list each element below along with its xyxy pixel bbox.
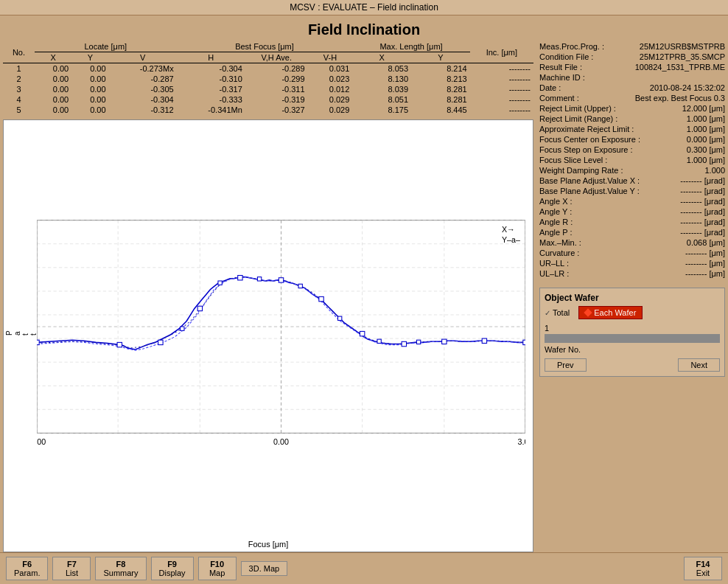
cell-x: 0.00 — [35, 63, 71, 74]
col-v: V — [109, 52, 177, 63]
cell-vhave: -0.327 — [245, 105, 308, 115]
wafer-no-label: Wafer No. — [545, 345, 720, 354]
title-text: MCSV : EVALUATE – Field inclination — [290, 2, 438, 13]
info-date: Date : 2010-08-24 15:32:02 — [539, 83, 725, 93]
cell-v: -0.304 — [109, 94, 177, 105]
wafer-number-bar: 1 Wafer No. — [545, 324, 720, 354]
3d-map-button[interactable]: 3D. Map — [241, 561, 288, 576]
cell-y: 0.00 — [71, 74, 108, 84]
wafer-progress — [545, 334, 720, 343]
info-ur-ll: UR–LL : -------- [μm] — [539, 258, 725, 268]
svg-text:-3.00: -3.00 — [37, 437, 46, 446]
f9-display-button[interactable]: F9 Display — [151, 557, 194, 580]
data-table: No. Locate [μm] Best Focus [μm] Max. Len… — [3, 41, 533, 115]
svg-rect-38 — [523, 340, 525, 344]
info-base-plane-x: Base Plane Adjust.Value X : -------- [μr… — [539, 175, 725, 186]
f7-list-button[interactable]: F7 List — [52, 557, 91, 580]
info-reject-range: Reject Limit (Range) : 1.000 [μm] — [539, 114, 725, 124]
cell-maxy: 8.214 — [411, 63, 470, 74]
info-result-file: Result File : 100824_1531_TPRB.ME — [539, 62, 725, 72]
cell-no: 2 — [3, 74, 35, 84]
wafer-section: Object Wafer ✓ Total Each Wafer 1 Wafer … — [539, 288, 725, 377]
cell-x: 0.00 — [35, 105, 71, 115]
cell-vhave: -0.311 — [245, 84, 308, 94]
info-base-plane-y: Base Plane Adjust.Value Y : -------- [μr… — [539, 186, 725, 196]
col-vh: V-H — [308, 52, 353, 63]
col-maxy: Y — [411, 52, 470, 63]
info-curvature: Curvature : -------- [μm] — [539, 248, 725, 258]
cell-x: 0.00 — [35, 94, 71, 105]
info-meas-proc: Meas.Proc.Prog. : 25M12USRB$MSTPRB — [539, 41, 725, 52]
cell-h: -0.304 — [177, 63, 245, 74]
svg-text:0.00: 0.00 — [273, 437, 289, 446]
f8-summary-button[interactable]: F8 Summary — [95, 557, 146, 580]
cell-vhdiff: 0.029 — [308, 94, 353, 105]
svg-text:Y–a–: Y–a– — [502, 235, 520, 244]
col-h: H — [177, 52, 245, 63]
svg-rect-28 — [117, 342, 122, 347]
cell-y: 0.00 — [71, 84, 108, 94]
col-maxlength: Max. Length [μm] — [352, 41, 469, 52]
svg-rect-45 — [181, 327, 184, 330]
info-angle-p: Angle P : -------- [μrad] — [539, 227, 725, 237]
cell-no: 1 — [3, 63, 35, 74]
cell-maxx: 8.039 — [352, 84, 411, 94]
svg-rect-43 — [377, 339, 381, 343]
info-reject-upper: Reject Limit (Upper) : 12.000 [μm] — [539, 103, 725, 114]
wafer-nav: Prev Next — [545, 358, 720, 372]
chart-container: Pattern Length[μm] — [3, 119, 533, 552]
cell-v: -0.312 — [109, 105, 177, 115]
cell-h: -0.310 — [177, 74, 245, 84]
svg-rect-31 — [238, 275, 242, 279]
col-no: No. — [3, 41, 35, 63]
svg-rect-37 — [482, 338, 486, 343]
info-comment: Comment : Best exp. Best Focus 0.3 — [539, 93, 725, 103]
cell-x: 0.00 — [35, 84, 71, 94]
info-ul-lr: UL–LR : -------- [μm] — [539, 268, 725, 279]
table-row: 1 0.00 0.00 -0.273Mx -0.304 -0.289 0.031… — [3, 63, 533, 74]
next-button[interactable]: Next — [678, 358, 720, 372]
total-label: Total — [553, 308, 570, 317]
info-focus-slice: Focus Slice Level : 1.000 [μm] — [539, 155, 725, 165]
svg-rect-33 — [319, 296, 323, 301]
col-y: Y — [71, 52, 108, 63]
cell-vhave: -0.319 — [245, 94, 308, 105]
info-angle-y: Angle Y : -------- [μrad] — [539, 206, 725, 217]
info-max-min: Max.–Min. : 0.068 [μm] — [539, 237, 725, 248]
bottom-toolbar: F6 Param. F7 List F8 Summary F9 Display … — [0, 552, 728, 583]
cell-y: 0.00 — [71, 105, 108, 115]
info-focus-center: Focus Center on Exposure : 0.000 [μm] — [539, 134, 725, 145]
f6-param-button[interactable]: F6 Param. — [6, 557, 48, 580]
cell-maxx: 8.053 — [352, 63, 411, 74]
cell-vhave: -0.299 — [245, 74, 308, 84]
each-wafer-label: Each Wafer — [594, 308, 636, 317]
cell-inc: -------- — [470, 74, 533, 84]
cell-no: 4 — [3, 94, 35, 105]
info-machine-id: Machine ID : — [539, 72, 725, 83]
svg-text:3.00: 3.00 — [518, 437, 525, 446]
col-x: X — [35, 52, 71, 63]
prev-button[interactable]: Prev — [545, 358, 587, 372]
svg-rect-27 — [37, 340, 39, 344]
cell-maxy: 8.281 — [411, 84, 470, 94]
title-bar: MCSV : EVALUATE – Field inclination — [0, 0, 728, 15]
cell-vhdiff: 0.031 — [308, 63, 353, 74]
cell-y: 0.00 — [71, 94, 108, 105]
cell-vhave: -0.289 — [245, 63, 308, 74]
each-wafer-button[interactable]: Each Wafer — [578, 306, 643, 319]
cell-inc: -------- — [470, 105, 533, 115]
f10-map-button[interactable]: F10 Map — [198, 557, 237, 580]
cell-y: 0.00 — [71, 63, 108, 74]
cell-maxy: 8.213 — [411, 74, 470, 84]
cell-no: 3 — [3, 84, 35, 94]
cell-v: -0.273Mx — [109, 63, 177, 74]
cell-inc: -------- — [470, 84, 533, 94]
wafer-title: Object Wafer — [545, 293, 720, 303]
cell-h: -0.317 — [177, 84, 245, 94]
f14-exit-button[interactable]: F14 Exit — [684, 557, 722, 580]
col-vhave: V,H Ave. — [245, 52, 308, 63]
total-option[interactable]: ✓ Total — [545, 308, 570, 317]
cell-inc: -------- — [470, 63, 533, 74]
cell-inc: -------- — [470, 94, 533, 105]
cell-maxx: 8.130 — [352, 74, 411, 84]
